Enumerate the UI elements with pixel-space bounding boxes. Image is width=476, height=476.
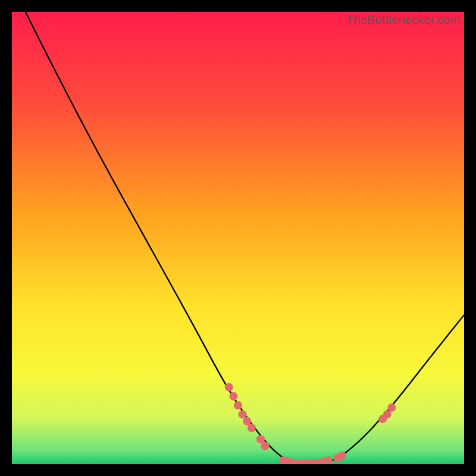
curve-marker xyxy=(248,424,256,432)
bottleneck-curve-chart xyxy=(12,12,464,464)
curve-marker xyxy=(229,392,237,400)
curve-marker xyxy=(234,401,242,409)
curve-marker xyxy=(239,410,247,418)
gradient-background xyxy=(12,12,464,464)
watermark-label: TheBottlenecker.com xyxy=(346,13,461,27)
curve-marker xyxy=(256,435,265,443)
curve-marker xyxy=(387,403,396,412)
curve-marker xyxy=(225,383,233,392)
chart-frame: TheBottlenecker.com xyxy=(12,12,464,464)
curve-marker xyxy=(383,410,392,418)
curve-marker xyxy=(261,442,270,450)
curve-marker xyxy=(243,417,251,425)
curve-marker xyxy=(338,452,346,460)
